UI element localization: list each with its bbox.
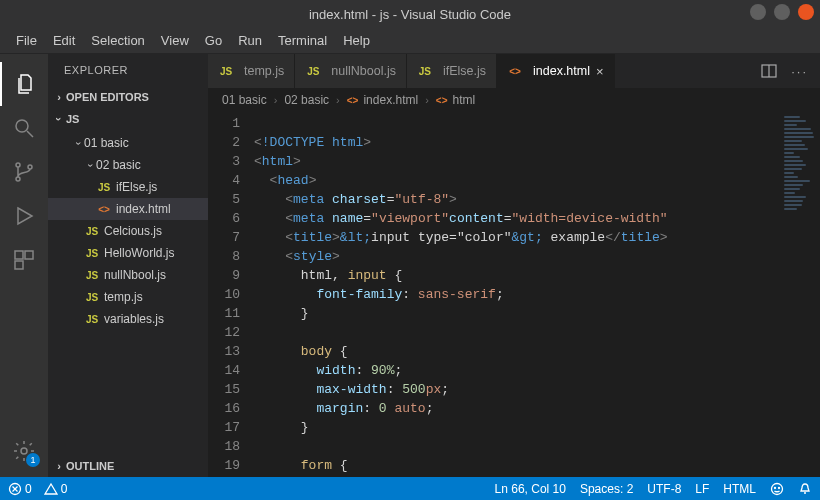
breadcrumb[interactable]: 01 basic › 02 basic › <>index.html › <>h…: [208, 88, 820, 112]
status-eol[interactable]: LF: [695, 482, 709, 496]
crumb: 01 basic: [222, 93, 267, 107]
sidebar-title: EXPLORER: [48, 54, 208, 86]
tree-file[interactable]: <> index.html: [48, 198, 208, 220]
tabbar-actions: ···: [749, 54, 820, 88]
close-button[interactable]: [798, 4, 814, 20]
line-gutter: 12345678910111213141516171819: [208, 112, 254, 477]
tree-file[interactable]: JS Celcious.js: [48, 220, 208, 242]
status-spaces[interactable]: Spaces: 2: [580, 482, 633, 496]
menu-selection[interactable]: Selection: [83, 30, 152, 51]
chevron-right-icon: ›: [274, 94, 278, 106]
svg-point-2: [16, 163, 20, 167]
status-encoding[interactable]: UTF-8: [647, 482, 681, 496]
bell-icon: [798, 482, 812, 496]
menu-go[interactable]: Go: [197, 30, 230, 51]
maximize-button[interactable]: [774, 4, 790, 20]
titlebar: index.html - js - Visual Studio Code: [0, 0, 820, 28]
folder-label: 02 basic: [96, 158, 141, 172]
tree-folder[interactable]: › 02 basic: [48, 154, 208, 176]
file-label: temp.js: [104, 290, 143, 304]
code-content[interactable]: <!DOCTYPE html> <html> <head> <meta char…: [254, 112, 820, 477]
menu-run[interactable]: Run: [230, 30, 270, 51]
activity-debug[interactable]: [0, 194, 48, 238]
tab-temp[interactable]: JS temp.js: [208, 54, 295, 88]
js-file-icon: JS: [84, 270, 100, 281]
menubar: File Edit Selection View Go Run Terminal…: [0, 28, 820, 54]
svg-point-16: [779, 487, 780, 488]
tree-file[interactable]: JS variables.js: [48, 308, 208, 330]
window-controls: [750, 4, 814, 20]
crumb: <>index.html: [347, 93, 418, 107]
svg-point-3: [16, 177, 20, 181]
minimap[interactable]: [780, 112, 820, 477]
tree-file[interactable]: JS ifElse.js: [48, 176, 208, 198]
sidebar: EXPLORER › OPEN EDITORS › JS › 01 basic …: [48, 54, 208, 477]
tab-bar: JS temp.js JS nullNbool.js JS ifElse.js …: [208, 54, 820, 88]
svg-point-15: [775, 487, 776, 488]
more-icon[interactable]: ···: [791, 64, 808, 79]
crumb: 02 basic: [284, 93, 329, 107]
js-file-icon: JS: [84, 248, 100, 259]
activity-bar: 1: [0, 54, 48, 477]
window-title: index.html - js - Visual Studio Code: [309, 7, 511, 22]
svg-rect-6: [25, 251, 33, 259]
svg-rect-7: [15, 261, 23, 269]
activity-scm[interactable]: [0, 150, 48, 194]
file-label: nullNbool.js: [104, 268, 166, 282]
tab-label: nullNbool.js: [331, 64, 396, 78]
tree-file[interactable]: JS temp.js: [48, 286, 208, 308]
menu-help[interactable]: Help: [335, 30, 378, 51]
activity-extensions[interactable]: [0, 238, 48, 282]
chevron-right-icon: ›: [52, 460, 66, 472]
activity-settings[interactable]: 1: [0, 429, 48, 473]
html-tag-icon: <>: [436, 95, 448, 106]
js-file-icon: JS: [84, 226, 100, 237]
crumb: <>html: [436, 93, 475, 107]
warning-icon: [44, 482, 58, 496]
activity-explorer[interactable]: [0, 62, 48, 106]
tab-ifelse[interactable]: JS ifElse.js: [407, 54, 497, 88]
minimize-button[interactable]: [750, 4, 766, 20]
status-feedback[interactable]: [770, 482, 784, 496]
section-label: OUTLINE: [66, 460, 114, 472]
html-file-icon: <>: [96, 204, 112, 215]
js-file-icon: JS: [96, 182, 112, 193]
editor[interactable]: 12345678910111213141516171819 <!DOCTYPE …: [208, 112, 820, 477]
svg-point-0: [16, 120, 28, 132]
activity-search[interactable]: [0, 106, 48, 150]
js-file-icon: JS: [84, 314, 100, 325]
js-file-icon: JS: [218, 66, 234, 77]
file-label: index.html: [116, 202, 171, 216]
chevron-down-icon: ›: [53, 112, 65, 126]
tab-close-icon[interactable]: ×: [596, 64, 604, 79]
split-editor-icon[interactable]: [761, 63, 777, 79]
tree-folder[interactable]: › 01 basic: [48, 132, 208, 154]
file-label: Celcious.js: [104, 224, 162, 238]
tab-nullnbool[interactable]: JS nullNbool.js: [295, 54, 407, 88]
svg-rect-5: [15, 251, 23, 259]
menu-terminal[interactable]: Terminal: [270, 30, 335, 51]
status-warnings[interactable]: 0: [44, 482, 68, 496]
chevron-right-icon: ›: [52, 91, 66, 103]
js-file-icon: JS: [417, 66, 433, 77]
tree-file[interactable]: JS nullNbool.js: [48, 264, 208, 286]
menu-view[interactable]: View: [153, 30, 197, 51]
section-outline[interactable]: › OUTLINE: [48, 455, 208, 477]
svg-line-1: [27, 131, 33, 137]
tree-file[interactable]: JS HelloWorld.js: [48, 242, 208, 264]
file-label: ifElse.js: [116, 180, 157, 194]
menu-edit[interactable]: Edit: [45, 30, 83, 51]
settings-badge: 1: [26, 453, 40, 467]
js-file-icon: JS: [84, 292, 100, 303]
status-errors[interactable]: 0: [8, 482, 32, 496]
status-notifications[interactable]: [798, 482, 812, 496]
menu-file[interactable]: File: [8, 30, 45, 51]
branch-icon: [12, 160, 36, 184]
section-workspace[interactable]: › JS: [48, 108, 208, 130]
status-language[interactable]: HTML: [723, 482, 756, 496]
status-cursor[interactable]: Ln 66, Col 10: [495, 482, 566, 496]
tab-label: index.html: [533, 64, 590, 78]
tab-index-html[interactable]: <> index.html ×: [497, 54, 615, 88]
section-open-editors[interactable]: › OPEN EDITORS: [48, 86, 208, 108]
js-file-icon: JS: [305, 66, 321, 77]
